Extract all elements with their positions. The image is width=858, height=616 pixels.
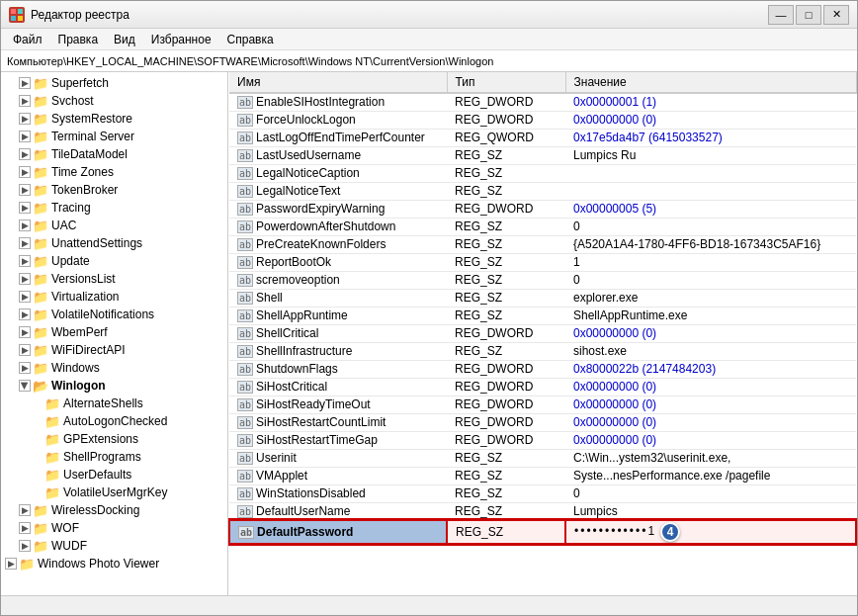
col-header-type[interactable]: Тип — [447, 72, 565, 93]
expand-icon[interactable]: ▶ — [19, 220, 31, 231]
expand-icon[interactable]: ▶ — [19, 202, 31, 214]
tree-item-systemrestore[interactable]: ▶ 📁 SystemRestore — [1, 110, 227, 128]
table-row[interactable]: abLastLogOffEndTimePerfCounterREG_QWORD0… — [229, 129, 856, 146]
tree-item-wbemperf[interactable]: ▶ 📁 WbemPerf — [1, 323, 227, 341]
minimize-button[interactable]: — — [768, 5, 794, 25]
table-row[interactable]: abUserinitREG_SZC:\Win...ystem32\userini… — [229, 449, 856, 467]
tree-item-wudf[interactable]: ▶ 📁 WUDF — [1, 537, 227, 555]
cell-name: abPowerdownAfterShutdown — [229, 218, 447, 235]
tree-item-wifidirectapi[interactable]: ▶ 📁 WiFiDirectAPI — [1, 341, 227, 359]
tree-item-update[interactable]: ▶ 📁 Update — [1, 252, 227, 270]
expand-icon[interactable]: ▶ — [19, 326, 31, 338]
tree-label: TileDataModel — [51, 147, 128, 161]
type-icon: ab — [237, 96, 253, 109]
expand-icon[interactable]: ▶ — [19, 131, 31, 142]
tree-item-svchost[interactable]: ▶ 📁 Svchost — [1, 92, 227, 110]
table-row[interactable]: abShellInfrastructureREG_SZsihost.exe — [229, 342, 856, 360]
status-bar — [1, 595, 857, 615]
tree-item-alternateshells[interactable]: 📁 AlternateShells — [1, 395, 227, 412]
tree-item-timezones[interactable]: ▶ 📁 Time Zones — [1, 163, 227, 181]
expand-icon[interactable]: ▶ — [19, 184, 31, 196]
menu-file[interactable]: Файл — [5, 31, 50, 48]
expand-icon[interactable]: ▶ — [19, 273, 31, 285]
tree-item-tokenbroker[interactable]: ▶ 📁 TokenBroker — [1, 181, 227, 199]
tree-item-wirelessdocking[interactable]: ▶ 📁 WirelessDocking — [1, 501, 227, 519]
tree-item-terminal-server[interactable]: ▶ 📁 Terminal Server — [1, 128, 227, 145]
tree-item-virtualization[interactable]: ▶ 📁 Virtualization — [1, 288, 227, 306]
expand-icon[interactable]: ▶ — [5, 558, 17, 570]
table-row[interactable]: abPowerdownAfterShutdownREG_SZ0 — [229, 218, 856, 235]
cell-name: abPasswordExpiryWarning — [229, 200, 447, 218]
tree-item-superfetch[interactable]: ▶ 📁 Superfetch — [1, 74, 227, 92]
table-row[interactable]: abscremoveoptionREG_SZ0 — [229, 271, 856, 289]
tree-panel[interactable]: ▶ 📁 Superfetch ▶ 📁 Svchost ▶ 📁 SystemRes… — [1, 72, 228, 595]
tree-label: TokenBroker — [51, 183, 118, 197]
expand-icon[interactable]: ▶ — [19, 237, 31, 249]
tree-item-userdefaults[interactable]: 📁 UserDefaults — [1, 466, 227, 484]
table-row[interactable]: abShellAppRuntimeREG_SZShellAppRuntime.e… — [229, 307, 856, 324]
menu-help[interactable]: Справка — [219, 31, 282, 48]
expand-icon[interactable]: ▶ — [19, 113, 31, 125]
tree-item-volatileusermgrkey[interactable]: 📁 VolatileUserMgrKey — [1, 484, 227, 501]
tree-item-shellprograms[interactable]: 📁 ShellPrograms — [1, 448, 227, 466]
table-row[interactable]: abShutdownFlagsREG_DWORD0x8000022b (2147… — [229, 360, 856, 378]
tree-item-uac[interactable]: ▶ 📁 UAC — [1, 217, 227, 234]
expand-icon[interactable]: ▶ — [19, 148, 31, 160]
table-row[interactable]: abShellREG_SZexplorer.exe — [229, 289, 856, 307]
col-header-value[interactable]: Значение — [565, 72, 856, 93]
cell-name: abShellAppRuntime — [229, 307, 447, 324]
table-row[interactable]: abEnableSIHostIntegrationREG_DWORD0x0000… — [229, 93, 856, 111]
tree-item-winlogon[interactable]: ▶ 📂 Winlogon — [1, 377, 227, 395]
expand-icon[interactable]: ▶ — [19, 540, 31, 552]
table-row[interactable]: abDefaultUserNameREG_SZLumpics — [229, 502, 856, 520]
table-row[interactable]: abSiHostReadyTimeOutREG_DWORD0x00000000 … — [229, 396, 856, 413]
cell-value: Lumpics — [565, 502, 856, 520]
tree-item-wof[interactable]: ▶ 📁 WOF — [1, 519, 227, 537]
expand-icon[interactable]: ▶ — [19, 291, 31, 303]
expand-icon[interactable]: ▶ — [19, 255, 31, 267]
table-row[interactable]: abShellCriticalREG_DWORD0x00000000 (0) — [229, 324, 856, 342]
expand-icon[interactable]: ▶ — [19, 77, 31, 89]
tree-item-tracing[interactable]: ▶ 📁 Tracing — [1, 199, 227, 217]
expand-icon[interactable]: ▶ — [19, 344, 31, 356]
table-row[interactable]: abLastUsedUsernameREG_SZLumpics Ru — [229, 146, 856, 164]
table-row[interactable]: abSiHostCriticalREG_DWORD0x00000000 (0) — [229, 378, 856, 396]
table-row[interactable]: abLegalNoticeCaptionREG_SZ — [229, 164, 856, 182]
cell-type: REG_DWORD — [447, 413, 565, 431]
table-row[interactable]: abReportBootOkREG_SZ1 — [229, 253, 856, 271]
table-row[interactable]: abPreCreateKnownFoldersREG_SZ{A520A1A4-1… — [229, 235, 856, 253]
close-button[interactable]: ✕ — [823, 5, 849, 25]
table-row[interactable]: abForceUnlockLogonREG_DWORD0x00000000 (0… — [229, 111, 856, 129]
table-row[interactable]: abSiHostRestartCountLimitREG_DWORD0x0000… — [229, 413, 856, 431]
col-header-name[interactable]: Имя — [229, 72, 447, 93]
menu-edit[interactable]: Правка — [50, 31, 107, 48]
expand-icon[interactable]: ▶ — [19, 166, 31, 178]
data-panel[interactable]: Имя Тип Значение abEnableSIHostIntegrati… — [228, 72, 857, 595]
expand-icon[interactable]: ▶ — [19, 380, 31, 392]
expand-icon[interactable]: ▶ — [19, 308, 31, 320]
tree-item-windows[interactable]: ▶ 📁 Windows — [1, 359, 227, 377]
tree-item-gpextensions[interactable]: 📁 GPExtensions — [1, 430, 227, 448]
expand-icon[interactable]: ▶ — [19, 362, 31, 374]
expand-icon[interactable]: ▶ — [19, 95, 31, 107]
menu-view[interactable]: Вид — [106, 31, 143, 48]
table-row[interactable]: abSiHostRestartTimeGapREG_DWORD0x0000000… — [229, 431, 856, 449]
table-row[interactable]: abWinStationsDisabledREG_SZ0 — [229, 484, 856, 502]
tree-item-volatilenotifications[interactable]: ▶ 📁 VolatileNotifications — [1, 306, 227, 323]
tree-item-versionslist[interactable]: ▶ 📁 VersionsList — [1, 270, 227, 288]
tree-item-unattendsettings[interactable]: ▶ 📁 UnattendSettings — [1, 234, 227, 252]
expand-icon[interactable]: ▶ — [19, 504, 31, 516]
maximize-button[interactable]: □ — [796, 5, 821, 25]
tree-item-autologonchecked[interactable]: 📁 AutoLogonChecked — [1, 412, 227, 430]
expand-icon[interactable]: ▶ — [19, 522, 31, 534]
table-row[interactable]: abPasswordExpiryWarningREG_DWORD0x000000… — [229, 200, 856, 218]
tree-label: SystemRestore — [51, 112, 132, 126]
table-row[interactable]: abDefaultPasswordREG_SZ••••••••••••14 — [229, 520, 856, 544]
tree-item-tiledatamodel[interactable]: ▶ 📁 TileDataModel — [1, 145, 227, 163]
tree-label: WbemPerf — [51, 325, 108, 339]
table-row[interactable]: abVMAppletREG_SZSyste...nesPerformance.e… — [229, 467, 856, 484]
tree-item-windows-photo-viewer[interactable]: ▶ 📁 Windows Photo Viewer — [1, 555, 227, 572]
tree-label: AutoLogonChecked — [63, 414, 167, 428]
table-row[interactable]: abLegalNoticeTextREG_SZ — [229, 182, 856, 200]
menu-favorites[interactable]: Избранное — [143, 31, 219, 48]
